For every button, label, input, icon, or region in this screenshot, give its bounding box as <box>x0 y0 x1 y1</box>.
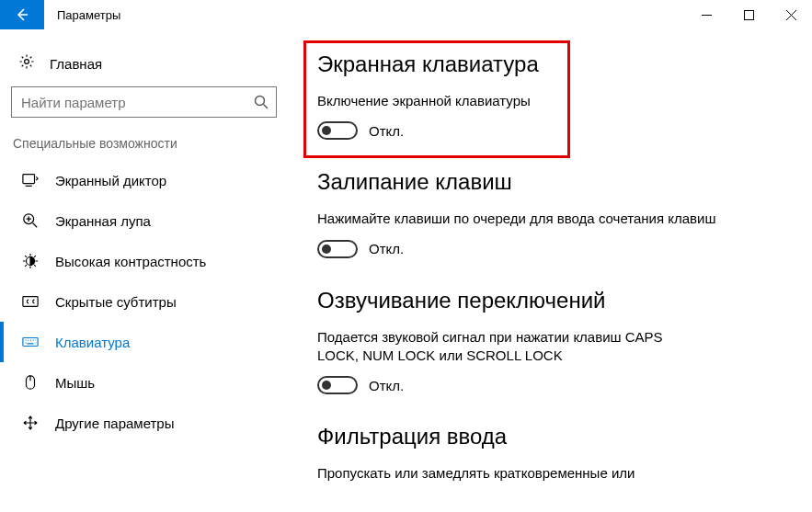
narrator-icon <box>22 172 39 188</box>
sidebar-item-label: Экранный диктор <box>55 173 166 188</box>
sidebar-item-high-contrast[interactable]: Высокая контрастность <box>0 241 288 281</box>
svg-point-2 <box>256 97 265 106</box>
sidebar: Главная Специальные возможности Экранный… <box>0 29 288 512</box>
svg-rect-7 <box>23 338 38 347</box>
minimize-button[interactable] <box>685 0 727 29</box>
contrast-icon <box>22 253 39 269</box>
captions-icon <box>22 293 39 310</box>
magnifier-plus-icon <box>22 212 39 229</box>
section-desc: Включение экранной клавиатуры <box>317 92 790 110</box>
gear-icon <box>18 53 35 74</box>
search-input-container[interactable] <box>11 86 277 118</box>
sidebar-item-magnifier[interactable]: Экранная лупа <box>0 200 288 241</box>
arrows-icon <box>22 415 39 431</box>
toggle-sticky-keys[interactable] <box>317 240 358 258</box>
toggle-knob <box>322 126 331 135</box>
sidebar-item-label: Клавиатура <box>55 335 130 350</box>
section-sticky-keys: Залипание клавиш Нажимайте клавиши по оч… <box>317 169 790 257</box>
section-heading: Экранная клавиатура <box>317 51 790 77</box>
section-heading: Озвучивание переключений <box>317 288 790 313</box>
toggle-knob <box>322 245 331 254</box>
svg-rect-0 <box>744 10 753 19</box>
home-label: Главная <box>50 56 102 72</box>
category-heading: Специальные возможности <box>0 134 288 160</box>
section-onscreen-keyboard: Экранная клавиатура Включение экранной к… <box>317 51 790 140</box>
svg-rect-6 <box>23 297 38 307</box>
section-toggle-keys: Озвучивание переключений Подается звуков… <box>317 288 790 395</box>
content-pane[interactable]: Экранная клавиатура Включение экранной к… <box>288 29 812 512</box>
sidebar-item-narrator[interactable]: Экранный диктор <box>0 160 288 200</box>
back-button[interactable] <box>0 0 44 29</box>
search-icon <box>254 95 269 109</box>
section-filter-keys: Фильтрация ввода Пропускать или замедлят… <box>317 424 790 483</box>
sidebar-item-closed-captions[interactable]: Скрытые субтитры <box>0 281 288 322</box>
sidebar-item-label: Высокая контрастность <box>55 254 206 269</box>
toggle-state-label: Откл. <box>369 378 404 393</box>
sidebar-item-label: Мышь <box>55 375 95 391</box>
keyboard-icon <box>22 334 39 350</box>
maximize-icon <box>744 10 754 20</box>
sidebar-item-label: Скрытые субтитры <box>55 294 177 310</box>
window-title: Параметры <box>44 0 133 29</box>
arrow-left-icon <box>14 6 30 23</box>
home-nav[interactable]: Главная <box>0 46 288 86</box>
svg-point-1 <box>25 60 29 64</box>
sidebar-item-label: Другие параметры <box>55 415 175 431</box>
sidebar-item-keyboard[interactable]: Клавиатура <box>0 322 288 362</box>
close-button[interactable] <box>770 0 812 29</box>
toggle-onscreen-keyboard[interactable] <box>317 121 358 140</box>
mouse-icon <box>22 374 39 391</box>
section-desc: Пропускать или замедлять кратковременные… <box>317 464 790 483</box>
sidebar-item-label: Экранная лупа <box>55 213 151 229</box>
section-heading: Залипание клавиш <box>317 169 790 195</box>
close-icon <box>786 10 796 20</box>
toggle-state-label: Откл. <box>369 123 404 139</box>
section-desc: Нажимайте клавиши по очереди для ввода с… <box>317 210 790 228</box>
minimize-icon <box>702 10 712 20</box>
svg-rect-3 <box>23 175 35 184</box>
search-input[interactable] <box>21 95 254 110</box>
maximize-button[interactable] <box>727 0 770 29</box>
section-heading: Фильтрация ввода <box>317 424 790 449</box>
toggle-knob <box>322 381 331 390</box>
titlebar-spacer <box>133 0 685 29</box>
sidebar-item-mouse[interactable]: Мышь <box>0 362 288 403</box>
toggle-sound-keys[interactable] <box>317 376 358 394</box>
toggle-state-label: Откл. <box>369 241 404 256</box>
sidebar-item-other[interactable]: Другие параметры <box>0 403 288 443</box>
section-desc: Подается звуковой сигнал при нажатии кла… <box>317 328 703 366</box>
